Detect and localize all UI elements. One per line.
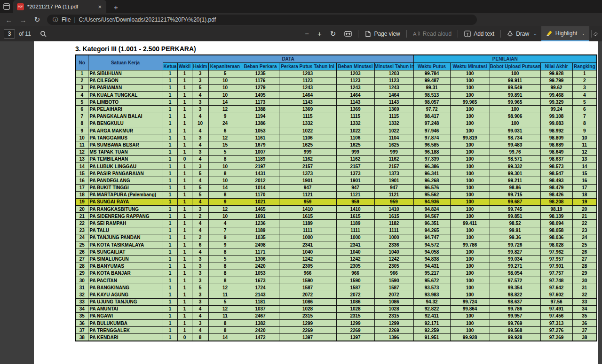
- value-cell: 98.809: [540, 134, 572, 141]
- value-cell: 1: [163, 92, 177, 99]
- value-cell: 99.786: [450, 241, 490, 248]
- value-cell: 97.757: [540, 270, 572, 277]
- col-header: Nilai Akhir: [540, 62, 572, 70]
- value-cell: 1: [163, 227, 177, 234]
- value-cell: 94.838: [413, 256, 450, 263]
- chevron-down-icon[interactable]: ⌄: [533, 31, 537, 36]
- pdf-page[interactable]: 3. Kategori III (1.001 - 2.500 PERKARA) …: [34, 41, 598, 364]
- value-cell: 8: [208, 191, 242, 198]
- value-cell: 100: [490, 120, 540, 127]
- value-cell: 1007: [242, 148, 279, 155]
- group-header-penilaian: PENILAIAN: [413, 55, 597, 62]
- value-cell: 100: [450, 270, 490, 277]
- value-cell: 97.957: [540, 256, 572, 263]
- value-cell: 1673: [242, 277, 279, 284]
- value-cell: 1: [163, 106, 177, 113]
- forward-button[interactable]: →: [17, 15, 29, 25]
- add-text-button[interactable]: T Add text: [460, 27, 499, 41]
- value-cell: 98.689: [540, 141, 572, 148]
- search-button[interactable]: [36, 27, 51, 41]
- value-cell: 96.268: [413, 177, 450, 184]
- value-cell: 99.965: [490, 99, 540, 106]
- value-cell: 1: [163, 120, 177, 127]
- value-cell: 20: [76, 206, 88, 213]
- value-cell: 3: [192, 148, 208, 155]
- value-cell: 1: [177, 99, 192, 106]
- satuan-kerja-cell: PA RANGKASBITUNG: [88, 206, 163, 213]
- value-cell: 100: [450, 155, 490, 163]
- value-cell: 1161: [242, 134, 279, 141]
- back-button[interactable]: ←: [3, 15, 15, 25]
- value-cell: 27: [572, 256, 597, 263]
- value-cell: 99.91: [490, 227, 540, 234]
- value-cell: 96.585: [413, 141, 450, 148]
- fit-to-width-button[interactable]: [340, 27, 356, 41]
- value-cell: 1242: [374, 256, 413, 263]
- value-cell: 1: [572, 70, 597, 77]
- table-body: 1PA SIBUHUAN1135123512031203120399.78410…: [76, 70, 597, 341]
- satuan-kerja-cell: PA PACITAN: [88, 277, 163, 284]
- search-icon: [40, 31, 47, 37]
- browser-tab[interactable]: PDF *20211217 PA (1).pdf ×: [13, 0, 106, 13]
- table-row: 21PA SIDENRENG RAPPANG112101691161516151…: [76, 213, 597, 220]
- value-cell: 17: [76, 184, 88, 191]
- value-cell: 4: [192, 177, 208, 184]
- value-cell: 947: [279, 184, 336, 191]
- value-cell: 1: [177, 84, 192, 91]
- value-cell: 4: [192, 113, 208, 120]
- value-cell: 1235: [242, 70, 279, 77]
- value-cell: 1: [163, 163, 177, 170]
- value-cell: 8: [208, 277, 242, 284]
- erase-button-partial[interactable]: [594, 27, 598, 41]
- value-cell: 94.265: [413, 227, 450, 234]
- zoom-in-button[interactable]: +: [313, 27, 326, 41]
- satuan-kerja-cell: PA TRENGGALEK: [88, 327, 163, 334]
- value-cell: 98.637: [490, 298, 540, 305]
- table-row: 16PA PANDEGLANG11410201219011901190196.2…: [76, 177, 597, 184]
- value-cell: 24: [572, 234, 597, 241]
- value-cell: 98.52: [490, 220, 540, 227]
- value-cell: 3: [192, 263, 208, 270]
- value-cell: 98.547: [540, 170, 572, 177]
- refresh-button[interactable]: ↻: [31, 15, 43, 25]
- tab-actions-icon[interactable]: [0, 0, 13, 13]
- value-cell: 98.417: [413, 113, 450, 120]
- col-header: Wakil: [177, 62, 192, 70]
- value-cell: 1: [163, 148, 177, 155]
- tab-close-icon[interactable]: ×: [97, 3, 103, 10]
- value-cell: 5: [208, 298, 242, 305]
- value-cell: 1028: [374, 305, 413, 312]
- satuan-kerja-cell: PA UJUNG TANJUNG: [88, 298, 163, 305]
- value-cell: 100: [450, 148, 490, 155]
- value-cell: 2305: [279, 263, 336, 270]
- table-row: 6PA PELAIHARI11312138813691369136997.721…: [76, 106, 597, 113]
- value-cell: 29: [76, 270, 88, 277]
- value-cell: 94.572: [413, 241, 450, 248]
- value-cell: 4: [192, 305, 208, 312]
- add-text-icon: T: [464, 31, 471, 37]
- page-number-input[interactable]: 3: [4, 29, 15, 39]
- table-row: 25PA KOTA TASIKMALAYA1169249823412341233…: [76, 241, 597, 248]
- page-view-icon: [364, 31, 371, 37]
- satuan-kerja-cell: PA BULUKUMBA: [88, 320, 163, 327]
- value-cell: 1203: [279, 70, 336, 77]
- highlight-button[interactable]: Highlight ⌄: [541, 26, 589, 41]
- draw-button[interactable]: Draw ⌄: [503, 27, 541, 41]
- zoom-out-button[interactable]: −: [301, 27, 313, 41]
- col-header: Ketua: [163, 62, 177, 70]
- value-cell: 5: [76, 99, 88, 106]
- chevron-down-icon[interactable]: ⌄: [581, 31, 585, 36]
- rotate-button[interactable]: ↻: [326, 27, 341, 41]
- address-bar[interactable]: ⓘ File | C:/Users/User/Downloads/2021121…: [47, 15, 477, 25]
- value-cell: 1464: [279, 92, 336, 99]
- value-cell: 1: [177, 70, 192, 77]
- value-cell: 99.031: [490, 127, 540, 134]
- new-tab-button[interactable]: +: [111, 3, 121, 13]
- value-cell: 1495: [242, 92, 279, 99]
- pdf-viewport[interactable]: 3. Kategori III (1.001 - 2.500 PERKARA) …: [0, 41, 602, 364]
- page-view-button[interactable]: Page view: [360, 27, 404, 41]
- value-cell: 1111: [336, 227, 374, 234]
- value-cell: 100: [450, 327, 490, 334]
- value-cell: 100: [450, 256, 490, 263]
- page-info-icon[interactable]: ⓘ: [53, 16, 58, 24]
